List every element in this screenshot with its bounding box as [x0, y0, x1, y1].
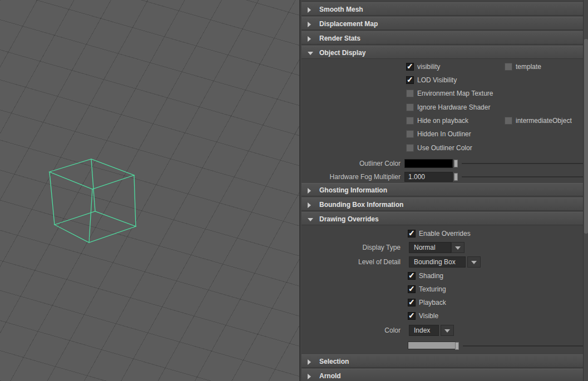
playback-checkbox[interactable]: [408, 299, 416, 306]
section-title: Drawing Overrides: [319, 215, 379, 223]
checkbox-label: Hidden In Outliner: [417, 130, 471, 138]
row-use-outliner-color: Use Outliner Color: [302, 142, 583, 154]
display-type-dropdown[interactable]: Normal: [409, 242, 451, 253]
checkbox-label: Use Outliner Color: [417, 144, 472, 152]
row-outliner-color: Outliner Color: [302, 157, 583, 170]
slider-handle[interactable]: [454, 160, 458, 167]
template-checkbox[interactable]: [505, 63, 512, 71]
section-title: Selection: [319, 358, 349, 365]
checkbox-label: Enable Overrides: [419, 230, 471, 237]
level-of-detail-dropdown[interactable]: Bounding Box: [409, 256, 466, 268]
color-index-swatch[interactable]: [408, 342, 456, 349]
ignore-hardware-shader-checkbox[interactable]: [406, 103, 414, 111]
cube-wireframe[interactable]: [0, 0, 300, 381]
viewport-3d[interactable]: [0, 0, 300, 381]
section-header-smooth-mesh[interactable]: Smooth Mesh: [302, 2, 583, 16]
level-of-detail-dropdown-arrow[interactable]: [467, 256, 481, 268]
color-index-slider[interactable]: [455, 340, 583, 352]
section-header-selection[interactable]: Selection: [302, 354, 583, 368]
chevron-right-icon: [308, 36, 311, 42]
row-shading: Shading: [302, 270, 583, 282]
attribute-editor-panel: Smooth Mesh Displacement Map Render Stat…: [302, 0, 588, 381]
hardware-fog-multiplier-slider[interactable]: [454, 171, 583, 183]
slider-track[interactable]: [462, 163, 583, 164]
row-color: Color Index: [302, 324, 583, 337]
hardware-fog-multiplier-label: Hardware Fog Multiplier: [302, 173, 401, 181]
section-title: Render Stats: [319, 34, 360, 42]
hide-on-playback-checkbox[interactable]: [406, 117, 414, 125]
row-visible: Visible: [302, 310, 583, 322]
section-header-bounding-box-information[interactable]: Bounding Box Information: [302, 197, 583, 211]
color-dropdown-arrow[interactable]: [441, 325, 454, 336]
chevron-down-icon: [308, 218, 313, 221]
panel-scrollbar-track[interactable]: [583, 0, 588, 381]
slider-track[interactable]: [462, 176, 583, 177]
texturing-checkbox[interactable]: [408, 285, 416, 293]
row-lod-visibility: LOD Visibility: [302, 74, 583, 86]
cube-edge: [134, 175, 136, 226]
cube-edge: [89, 189, 92, 243]
intermediate-object-checkbox[interactable]: [505, 117, 512, 125]
chevron-right-icon: [308, 188, 311, 194]
checkbox-label: Environment Map Texture: [417, 90, 493, 97]
row-visibility: visibility template: [302, 61, 583, 73]
row-enable-overrides: Enable Overrides: [302, 227, 583, 240]
display-type-dropdown-arrow[interactable]: [451, 242, 465, 253]
checkbox-label: Texturing: [419, 285, 446, 293]
section-title: Bounding Box Information: [319, 201, 403, 209]
row-hidden-in-outliner: Hidden In Outliner: [302, 128, 583, 140]
section-header-ghosting-information[interactable]: Ghosting Information: [302, 183, 583, 196]
checkbox-label: visibility: [417, 63, 440, 71]
visible-checkbox[interactable]: [408, 312, 416, 320]
section-header-arnold[interactable]: Arnold: [302, 369, 583, 381]
outliner-color-swatch[interactable]: [404, 159, 453, 168]
section-title: Ghosting Information: [319, 186, 387, 194]
hidden-in-outliner-checkbox[interactable]: [406, 130, 414, 138]
chevron-right-icon: [308, 359, 311, 365]
use-outliner-color-checkbox[interactable]: [406, 144, 414, 152]
panel-scrollbar-thumb[interactable]: [584, 39, 588, 234]
section-header-object-display[interactable]: Object Display: [302, 46, 583, 59]
outliner-color-label: Outliner Color: [302, 160, 401, 167]
cube-edge: [50, 172, 55, 225]
display-type-label: Display Type: [302, 244, 401, 251]
cube-bottom-face: [55, 211, 136, 243]
shading-checkbox[interactable]: [408, 272, 416, 280]
cube-edge: [91, 159, 95, 211]
chevron-right-icon: [308, 7, 311, 13]
checkbox-label: Hide on playback: [417, 117, 468, 125]
color-dropdown[interactable]: Index: [409, 325, 439, 336]
slider-handle[interactable]: [454, 173, 458, 181]
checkbox-label: template: [516, 63, 541, 71]
section-header-displacement-map[interactable]: Displacement Map: [302, 17, 583, 30]
row-playback: Playback: [302, 296, 583, 309]
enable-overrides-checkbox[interactable]: [408, 230, 416, 237]
checkbox-label: Ignore Hardware Shader: [417, 103, 490, 111]
hardware-fog-multiplier-field[interactable]: [404, 172, 453, 182]
maya-window: Smooth Mesh Displacement Map Render Stat…: [0, 0, 588, 381]
checkbox-label: Shading: [419, 272, 443, 280]
row-ignore-hardware-shader: Ignore Hardware Shader: [302, 101, 583, 113]
checkbox-label: LOD Visibility: [417, 76, 457, 84]
checkbox-label: intermediateObject: [516, 117, 572, 125]
checkbox-label: Visible: [419, 312, 438, 320]
visibility-checkbox[interactable]: [406, 63, 414, 71]
slider-handle[interactable]: [455, 342, 459, 350]
section-title: Arnold: [319, 372, 341, 380]
slider-track[interactable]: [463, 345, 583, 347]
lod-visibility-checkbox[interactable]: [406, 76, 414, 84]
environment-map-texture-checkbox[interactable]: [406, 90, 414, 97]
chevron-right-icon: [308, 374, 311, 379]
section-header-drawing-overrides[interactable]: Drawing Overrides: [302, 212, 583, 225]
row-color-index-slider: [302, 340, 583, 352]
section-title: Displacement Map: [319, 20, 378, 28]
checkbox-label: Playback: [419, 299, 446, 306]
chevron-right-icon: [308, 22, 311, 27]
color-label: Color: [302, 326, 401, 334]
row-texturing: Texturing: [302, 283, 583, 295]
chevron-down-icon: [308, 52, 313, 55]
section-header-render-stats[interactable]: Render Stats: [302, 31, 583, 44]
outliner-color-slider[interactable]: [454, 157, 583, 170]
section-title: Smooth Mesh: [319, 6, 363, 13]
row-display-type: Display Type Normal: [302, 241, 583, 254]
